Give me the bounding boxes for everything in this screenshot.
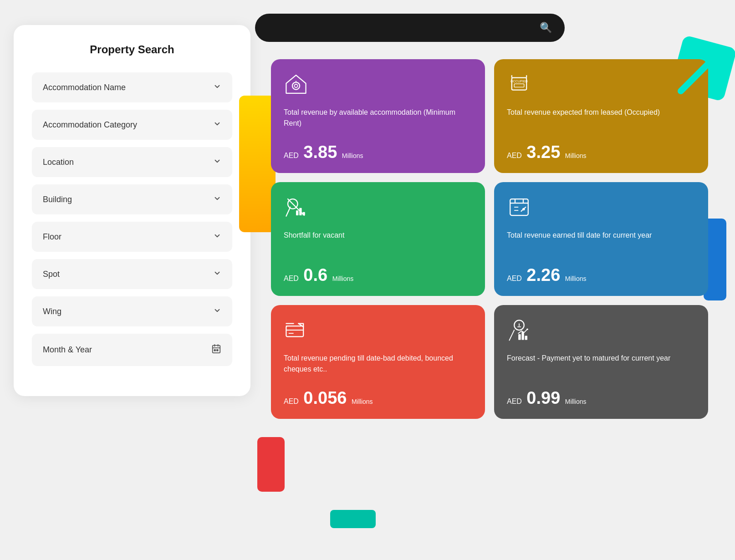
metric-card-total-revenue-pending: Total revenue pending till date-bad debi…: [271, 305, 485, 419]
card-description-total-revenue-earned: Total revenue earned till date for curre…: [507, 230, 695, 241]
svg-text:OCCUPIED: OCCUPIED: [510, 79, 528, 83]
card-unit: Millions: [565, 152, 587, 159]
card-value: 3.25: [526, 143, 560, 162]
chevron-down-icon: [213, 269, 221, 279]
filter-label-building: Building: [43, 195, 72, 204]
deco-arrow: [676, 46, 726, 97]
card-currency: AED: [284, 397, 299, 405]
search-icon: 🔍: [540, 22, 552, 34]
svg-rect-5: [217, 350, 218, 351]
filter-container: Accommodation Name Accommodation Categor…: [32, 72, 232, 366]
card-description-total-revenue-available: Total revenue by available accommodation…: [284, 107, 472, 129]
card-unit: Millions: [352, 398, 373, 405]
card-description-shortfall-vacant: Shortfall for vacant: [284, 230, 472, 241]
svg-rect-4: [214, 350, 215, 351]
card-amount-total-revenue-available: AED 3.85 Millions: [284, 143, 472, 162]
card-icon-shortfall-vacant: [284, 195, 472, 224]
card-value: 0.99: [526, 388, 560, 407]
card-currency: AED: [284, 152, 299, 159]
card-amount-total-revenue-leased: AED 3.25 Millions: [507, 143, 695, 162]
filter-label-accommodation-name: Accommodation Name: [43, 83, 126, 92]
panel-title: Property Search: [32, 43, 232, 56]
filter-month-year[interactable]: Month & Year: [32, 334, 232, 366]
card-value: 0.6: [303, 265, 327, 285]
search-bar-container: 🔍: [255, 14, 565, 42]
card-currency: AED: [507, 152, 522, 159]
card-amount-total-revenue-pending: AED 0.056 Millions: [284, 388, 472, 408]
card-icon-total-revenue-earned: [507, 195, 695, 224]
filter-location[interactable]: Location: [32, 147, 232, 177]
card-description-forecast-payment: Forecast - Payment yet to matured for cu…: [507, 353, 695, 364]
svg-rect-37: [521, 332, 524, 340]
filter-label-floor: Floor: [43, 232, 61, 242]
filter-spot[interactable]: Spot: [32, 259, 232, 289]
cards-area: Total revenue by available accommodation…: [253, 50, 717, 528]
svg-rect-0: [213, 346, 220, 353]
filter-building[interactable]: Building: [32, 184, 232, 214]
search-bar[interactable]: 🔍: [255, 14, 565, 42]
svg-point-26: [522, 208, 525, 210]
card-icon-total-revenue-pending: [284, 318, 472, 347]
card-unit: Millions: [342, 152, 363, 159]
filter-label-spot: Spot: [43, 270, 60, 279]
filter-accommodation-name[interactable]: Accommodation Name: [32, 72, 232, 102]
filter-wing[interactable]: Wing: [32, 296, 232, 326]
svg-rect-36: [518, 334, 521, 340]
card-description-total-revenue-leased: Total revenue expected from leased (Occu…: [507, 107, 695, 118]
card-value: 0.056: [303, 388, 347, 407]
chevron-down-icon: [213, 306, 221, 316]
card-unit: Millions: [565, 398, 587, 405]
cards-grid: Total revenue by available accommodation…: [253, 50, 717, 428]
property-search-panel: Property Search Accommodation Name Accom…: [14, 25, 250, 396]
metric-card-shortfall-vacant: Shortfall for vacant AED 0.6 Millions: [271, 182, 485, 296]
deco-teal-bottom: [330, 510, 376, 528]
card-unit: Millions: [332, 275, 354, 282]
deco-red-bottom: [257, 437, 285, 492]
svg-rect-27: [286, 326, 303, 336]
card-unit: Millions: [565, 275, 587, 282]
filter-label-month-year: Month & Year: [43, 345, 92, 355]
svg-rect-13: [514, 84, 524, 87]
card-icon-forecast-payment: [507, 318, 695, 347]
metric-card-total-revenue-earned: Total revenue earned till date for curre…: [494, 182, 708, 296]
metric-card-forecast-payment: Forecast - Payment yet to matured for cu…: [494, 305, 708, 419]
filter-label-wing: Wing: [43, 307, 61, 316]
chevron-down-icon: [213, 157, 221, 167]
svg-point-39: [526, 328, 528, 330]
svg-rect-16: [296, 210, 298, 215]
chevron-down-icon: [213, 194, 221, 204]
chevron-down-icon: [213, 232, 221, 242]
card-currency: AED: [284, 275, 299, 282]
card-value: 3.85: [303, 143, 337, 162]
filter-label-accommodation-category: Accommodation Category: [43, 120, 137, 130]
svg-point-7: [294, 84, 297, 87]
card-currency: AED: [507, 275, 522, 282]
filter-label-location: Location: [43, 158, 74, 167]
svg-rect-38: [525, 336, 527, 340]
card-currency: AED: [507, 397, 522, 405]
card-value: 2.26: [526, 265, 560, 285]
svg-point-6: [292, 82, 300, 90]
card-icon-total-revenue-leased: OCCUPIED: [507, 72, 695, 102]
card-amount-shortfall-vacant: AED 0.6 Millions: [284, 265, 472, 285]
chevron-down-icon: [213, 120, 221, 130]
chevron-down-icon: [213, 82, 221, 92]
card-amount-total-revenue-earned: AED 2.26 Millions: [507, 265, 695, 285]
card-description-total-revenue-pending: Total revenue pending till date-bad debi…: [284, 353, 472, 375]
metric-card-total-revenue-available: Total revenue by available accommodation…: [271, 59, 485, 173]
filter-accommodation-category[interactable]: Accommodation Category: [32, 110, 232, 140]
card-icon-total-revenue-available: [284, 72, 472, 102]
calendar-icon: [211, 344, 221, 356]
card-amount-forecast-payment: AED 0.99 Millions: [507, 388, 695, 408]
filter-floor[interactable]: Floor: [32, 222, 232, 252]
